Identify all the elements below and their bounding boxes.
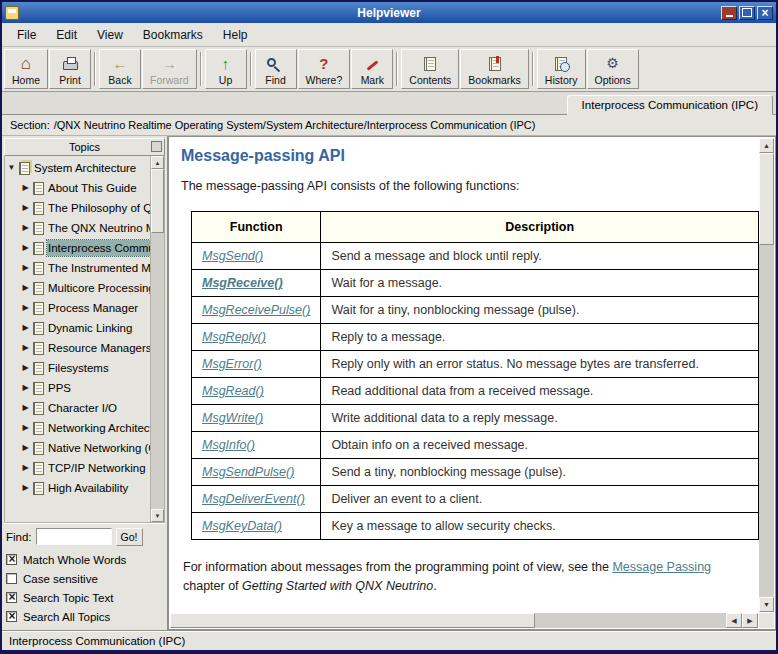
mark-button[interactable]: Mark (351, 49, 393, 89)
scrollbar-track[interactable] (151, 233, 164, 509)
tree-expand-arrow-icon[interactable]: ▶ (21, 424, 30, 432)
tree-item[interactable]: ▶ Interprocess Communication (IPC) (5, 238, 150, 258)
tree-item-label[interactable]: PPS (47, 380, 150, 396)
tree-item[interactable]: ▶ The Philosophy of QNX Neutrino (5, 198, 150, 218)
tree-expand-arrow-icon[interactable]: ▼ (7, 164, 16, 172)
scroll-right-icon[interactable] (742, 613, 758, 628)
menu-item[interactable]: Help (214, 25, 257, 45)
tree-item[interactable]: ▼ System Architecture (5, 158, 150, 178)
contents-button[interactable]: Contents (401, 49, 459, 89)
tree-item-label[interactable]: Resource Managers (47, 340, 150, 356)
menu-item[interactable]: Bookmarks (134, 25, 212, 45)
find-input[interactable] (36, 528, 112, 545)
function-link[interactable]: MsgInfo() (202, 438, 255, 452)
minimize-button[interactable] (721, 6, 737, 20)
tree-item[interactable]: ▶ Native Networking (Qnet) (5, 438, 150, 458)
tree-expand-arrow-icon[interactable]: ▶ (21, 204, 30, 212)
menu-item[interactable]: View (88, 25, 132, 45)
tree-expand-arrow-icon[interactable]: ▶ (21, 464, 30, 472)
tree-item[interactable]: ▶ Process Manager (5, 298, 150, 318)
search-option[interactable]: Search All Topics (6, 607, 165, 626)
window-menu-icon[interactable] (5, 6, 19, 20)
tree-item[interactable]: ▶ PPS (5, 378, 150, 398)
tree-item-label[interactable]: High Availability (47, 480, 150, 496)
up-button[interactable]: Up (205, 49, 247, 89)
scrollbar-thumb[interactable] (170, 613, 535, 628)
function-link[interactable]: MsgReceive() (202, 276, 283, 290)
tree-item-label[interactable]: Filesystems (47, 360, 150, 376)
search-option[interactable]: Match Whole Words (6, 550, 165, 569)
scroll-down-icon[interactable] (759, 597, 774, 612)
close-button[interactable] (757, 6, 773, 20)
tree-item[interactable]: ▶ TCP/IP Networking (5, 458, 150, 478)
scrollbar-thumb[interactable] (759, 153, 774, 245)
tree-item-label[interactable]: About This Guide (47, 180, 150, 196)
bookmarks-button[interactable]: Bookmarks (460, 49, 529, 89)
tree-expand-arrow-icon[interactable]: ▶ (21, 364, 30, 372)
tree-item-label[interactable]: Native Networking (Qnet) (47, 440, 150, 456)
home-button[interactable]: Home (4, 49, 48, 89)
tree-item[interactable]: ▶ Dynamic Linking (5, 318, 150, 338)
function-link[interactable]: MsgReply() (202, 330, 266, 344)
back-button[interactable]: Back (99, 49, 141, 89)
function-link[interactable]: MsgRead() (202, 384, 264, 398)
maximize-button[interactable] (739, 6, 755, 20)
titlebar[interactable]: Helpviewer (2, 2, 776, 23)
tree-item-label[interactable]: Multicore Processing (47, 280, 150, 296)
function-link[interactable]: MsgKeyData() (202, 519, 282, 533)
tree-expand-arrow-icon[interactable]: ▶ (21, 284, 30, 292)
tree-expand-arrow-icon[interactable]: ▶ (21, 224, 30, 232)
function-link[interactable]: MsgError() (202, 357, 262, 371)
horizontal-scrollbar[interactable] (170, 613, 758, 628)
tree-item[interactable]: ▶ The QNX Neutrino Microkernel (5, 218, 150, 238)
scroll-down-icon[interactable] (151, 509, 164, 522)
tree-item[interactable]: ▶ Resource Managers (5, 338, 150, 358)
checkbox[interactable] (6, 554, 17, 565)
scroll-left-icon[interactable] (726, 613, 742, 628)
tree-scrollbar[interactable] (150, 156, 164, 522)
scrollbar-track[interactable] (535, 613, 726, 628)
tree-item[interactable]: ▶ High Availability (5, 478, 150, 498)
tree-item[interactable]: ▶ The Instrumented Microkernel (5, 258, 150, 278)
search-option[interactable]: Search Topic Text (6, 588, 165, 607)
tree-item[interactable]: ▶ Multicore Processing (5, 278, 150, 298)
tree-item[interactable]: ▶ Networking Architecture (5, 418, 150, 438)
tree-item-label[interactable]: Dynamic Linking (47, 320, 150, 336)
tab-ipc[interactable]: Interprocess Communication (IPC) (567, 95, 773, 115)
tree-item-label[interactable]: TCP/IP Networking (47, 460, 150, 476)
tree-expand-arrow-icon[interactable]: ▶ (21, 484, 30, 492)
go-button[interactable]: Go! (116, 528, 143, 546)
function-link[interactable]: MsgSend() (202, 249, 263, 263)
tree-expand-arrow-icon[interactable]: ▶ (21, 444, 30, 452)
checkbox[interactable] (6, 592, 17, 603)
tree-expand-arrow-icon[interactable]: ▶ (21, 324, 30, 332)
tree-expand-arrow-icon[interactable]: ▶ (21, 304, 30, 312)
message-passing-link[interactable]: Message Passing (612, 560, 711, 574)
menu-item[interactable]: Edit (47, 25, 86, 45)
function-link[interactable]: MsgDeliverEvent() (202, 492, 305, 506)
tree-item-label[interactable]: The Philosophy of QNX Neutrino (47, 200, 150, 216)
forward-button[interactable]: Forward (142, 49, 197, 89)
function-link[interactable]: MsgSendPulse() (202, 465, 294, 479)
tree-item-label[interactable]: Networking Architecture (47, 420, 150, 436)
find-button[interactable]: Find (255, 49, 297, 89)
tree-expand-arrow-icon[interactable]: ▶ (21, 244, 30, 252)
menu-item[interactable]: File (8, 25, 45, 45)
history-button[interactable]: History (537, 49, 586, 89)
function-link[interactable]: MsgWrite() (202, 411, 263, 425)
options-button[interactable]: Options (587, 49, 639, 89)
checkbox[interactable] (6, 573, 17, 584)
tree-item-label[interactable]: The Instrumented Microkernel (47, 260, 150, 276)
tree-item[interactable]: ▶ Filesystems (5, 358, 150, 378)
tree-expand-arrow-icon[interactable]: ▶ (21, 344, 30, 352)
tree-item-label[interactable]: Character I/O (47, 400, 150, 416)
tree-expand-arrow-icon[interactable]: ▶ (21, 184, 30, 192)
tree-item-label[interactable]: Interprocess Communication (IPC) (47, 240, 150, 256)
scrollbar-track[interactable] (759, 245, 774, 597)
tree-expand-arrow-icon[interactable]: ▶ (21, 404, 30, 412)
function-link[interactable]: MsgReceivePulse() (202, 303, 310, 317)
checkbox[interactable] (6, 611, 17, 622)
tree-item-label[interactable]: Process Manager (47, 300, 150, 316)
tree-expand-arrow-icon[interactable]: ▶ (21, 264, 30, 272)
scroll-up-icon[interactable] (151, 156, 164, 169)
